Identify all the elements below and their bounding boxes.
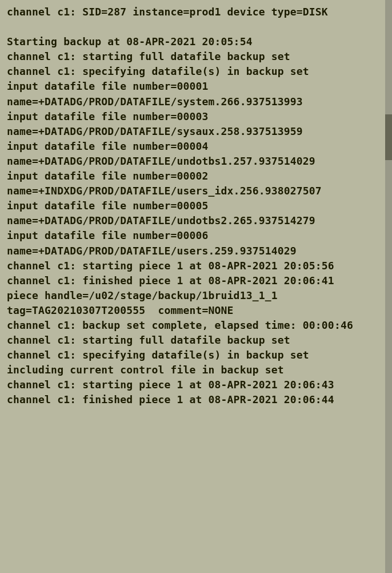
scrollbar-thumb[interactable] [385, 114, 392, 160]
scrollbar[interactable] [385, 0, 392, 573]
terminal-output: channel c1: SID=287 instance=prod1 devic… [7, 5, 385, 408]
terminal-container: channel c1: SID=287 instance=prod1 devic… [0, 0, 392, 573]
